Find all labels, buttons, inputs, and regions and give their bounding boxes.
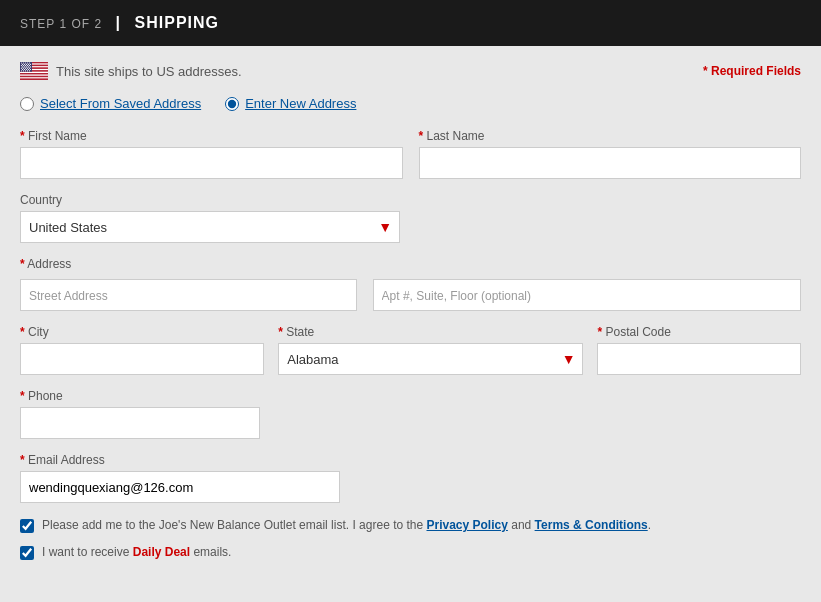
- new-address-option[interactable]: Enter New Address: [225, 96, 356, 111]
- email-group: * Email Address: [20, 453, 340, 503]
- svg-point-38: [29, 68, 30, 69]
- svg-point-33: [30, 66, 31, 67]
- new-address-label[interactable]: Enter New Address: [245, 96, 356, 111]
- street-address-input[interactable]: [20, 279, 357, 311]
- ships-notice-text: This site ships to US addresses.: [56, 64, 242, 79]
- state-select[interactable]: AlabamaAlaskaArizonaArkansasCaliforniaCo…: [278, 343, 583, 375]
- postal-code-group: * Postal Code: [597, 325, 801, 375]
- svg-point-15: [23, 62, 24, 63]
- email-label: * Email Address: [20, 453, 340, 467]
- svg-point-45: [23, 70, 24, 71]
- step-label: STEP 1 OF 2: [20, 17, 102, 31]
- svg-point-19: [22, 64, 23, 65]
- saved-address-radio[interactable]: [20, 97, 34, 111]
- postal-code-input[interactable]: [597, 343, 801, 375]
- page-title: SHIPPING: [135, 14, 219, 31]
- us-flag-icon: [20, 62, 48, 80]
- svg-point-36: [25, 68, 26, 69]
- city-state-zip-row: * City * State AlabamaAlaskaArizonaArkan…: [20, 325, 801, 375]
- state-label: * State: [278, 325, 583, 339]
- daily-deal-label: I want to receive Daily Deal emails.: [42, 544, 231, 561]
- svg-point-23: [30, 64, 31, 65]
- last-name-group: * Last Name: [419, 129, 802, 179]
- privacy-policy-link[interactable]: Privacy Policy: [427, 518, 508, 532]
- required-fields-note: * Required Fields: [703, 64, 801, 78]
- postal-code-label: * Postal Code: [597, 325, 801, 339]
- svg-point-25: [23, 65, 24, 66]
- last-name-input[interactable]: [419, 147, 802, 179]
- apt-group: [373, 279, 801, 311]
- svg-point-44: [21, 70, 22, 71]
- svg-point-43: [30, 69, 31, 70]
- city-group: * City: [20, 325, 264, 375]
- country-select-wrapper[interactable]: United States ▼: [20, 211, 400, 243]
- svg-point-39: [22, 69, 23, 70]
- svg-point-24: [21, 65, 22, 66]
- address-type-selector: Select From Saved Address Enter New Addr…: [20, 96, 801, 111]
- apt-input[interactable]: [373, 279, 801, 311]
- city-label: * City: [20, 325, 264, 339]
- svg-rect-7: [20, 72, 48, 73]
- svg-rect-12: [20, 79, 48, 80]
- country-group: Country United States ▼: [20, 193, 400, 243]
- svg-point-22: [28, 64, 29, 65]
- svg-point-28: [29, 65, 30, 66]
- daily-deal-checkbox-row: I want to receive Daily Deal emails.: [20, 544, 801, 561]
- country-select[interactable]: United States: [20, 211, 400, 243]
- terms-conditions-link[interactable]: Terms & Conditions: [535, 518, 648, 532]
- main-content: This site ships to US addresses. * Requi…: [0, 46, 821, 581]
- svg-point-17: [27, 62, 28, 63]
- new-address-radio[interactable]: [225, 97, 239, 111]
- last-name-label: * Last Name: [419, 129, 802, 143]
- svg-point-26: [25, 65, 26, 66]
- email-list-checkbox-row: Please add me to the Joe's New Balance O…: [20, 517, 801, 534]
- daily-deal-text: Daily Deal: [133, 545, 190, 559]
- required-fields-label: * Required Fields: [703, 64, 801, 78]
- saved-address-label[interactable]: Select From Saved Address: [40, 96, 201, 111]
- svg-point-37: [27, 68, 28, 69]
- address-row: [20, 279, 801, 311]
- address-label: * Address: [20, 257, 801, 271]
- svg-point-41: [26, 69, 27, 70]
- email-list-label: Please add me to the Joe's New Balance O…: [42, 517, 651, 534]
- svg-point-31: [26, 66, 27, 67]
- svg-point-16: [25, 62, 26, 63]
- phone-label: * Phone: [20, 389, 260, 403]
- daily-deal-checkbox[interactable]: [20, 546, 34, 560]
- name-row: * * First NameFirst Name * Last Name: [20, 129, 801, 179]
- svg-point-35: [23, 68, 24, 69]
- country-label: Country: [20, 193, 400, 207]
- svg-rect-9: [20, 74, 48, 75]
- page-header: STEP 1 OF 2 | SHIPPING: [0, 0, 821, 46]
- svg-point-27: [27, 65, 28, 66]
- shipping-notice: This site ships to US addresses.: [20, 62, 242, 80]
- email-input[interactable]: [20, 471, 340, 503]
- svg-point-48: [29, 70, 30, 71]
- svg-point-47: [27, 70, 28, 71]
- svg-point-32: [28, 66, 29, 67]
- first-name-group: * * First NameFirst Name: [20, 129, 403, 179]
- svg-point-21: [26, 64, 27, 65]
- checkbox-section: Please add me to the Joe's New Balance O…: [20, 517, 801, 561]
- svg-point-29: [22, 66, 23, 67]
- header-separator: |: [116, 14, 121, 31]
- address-label-group: * Address: [20, 257, 801, 275]
- svg-point-46: [25, 70, 26, 71]
- city-input[interactable]: [20, 343, 264, 375]
- svg-point-30: [24, 66, 25, 67]
- saved-address-option[interactable]: Select From Saved Address: [20, 96, 201, 111]
- phone-input[interactable]: [20, 407, 260, 439]
- svg-point-42: [28, 69, 29, 70]
- state-group: * State AlabamaAlaskaArizonaArkansasCali…: [278, 325, 583, 375]
- svg-rect-8: [20, 73, 48, 74]
- svg-rect-11: [20, 77, 48, 78]
- state-select-wrapper[interactable]: AlabamaAlaskaArizonaArkansasCaliforniaCo…: [278, 343, 583, 375]
- svg-point-14: [21, 62, 22, 63]
- info-bar: This site ships to US addresses. * Requi…: [20, 62, 801, 80]
- phone-group: * Phone: [20, 389, 260, 439]
- svg-point-18: [29, 62, 30, 63]
- svg-point-20: [24, 64, 25, 65]
- street-address-group: [20, 279, 357, 311]
- first-name-input[interactable]: [20, 147, 403, 179]
- email-list-checkbox[interactable]: [20, 519, 34, 533]
